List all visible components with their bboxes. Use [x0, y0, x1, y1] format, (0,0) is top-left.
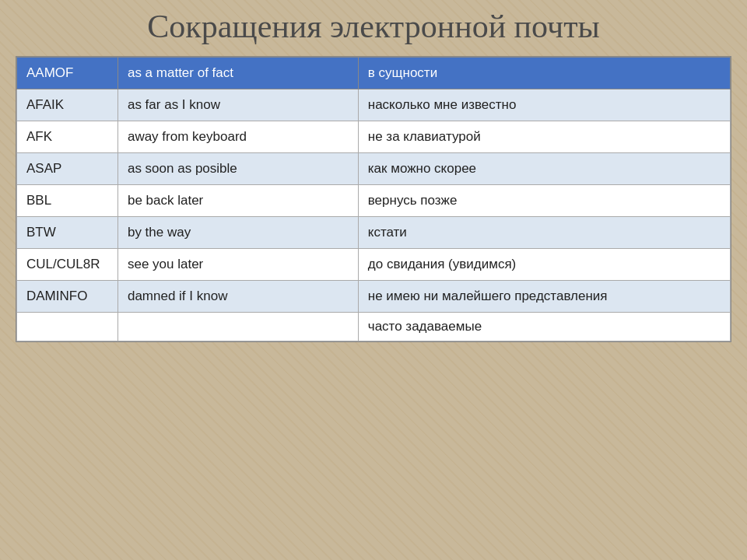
- cell-russian: до свидания (увидимся): [358, 249, 730, 281]
- table-row: AFKaway from keyboardне за клавиатурой: [17, 121, 731, 153]
- cell-russian: как можно скорее: [358, 153, 730, 185]
- cell-abbr: AFK: [17, 121, 118, 153]
- cell-abbr: CUL/CUL8R: [17, 249, 118, 281]
- cell-english: away from keyboard: [117, 121, 358, 153]
- cell-english: damned if I know: [117, 281, 358, 313]
- main-table: AAMOF as a matter of fact в сущности AFA…: [16, 56, 731, 342]
- cell-english: see you later: [117, 249, 358, 281]
- cell-abbr: ASAP: [17, 153, 118, 185]
- cell-russian: не имею ни малейшего представления: [358, 281, 730, 313]
- table-header-row: AAMOF as a matter of fact в сущности: [17, 58, 731, 89]
- cell-abbr: BBL: [17, 185, 118, 217]
- cell-abbr: AFAIK: [17, 89, 118, 121]
- cell-abbr: [17, 313, 118, 341]
- header-russian: в сущности: [358, 58, 730, 89]
- table-row: DAMINFOdamned if I knowне имею ни малейш…: [17, 281, 731, 313]
- header-english: as a matter of fact: [117, 58, 358, 89]
- table-row: ASAPas soon as posibleкак можно скорее: [17, 153, 731, 185]
- table-row: часто задаваемые: [17, 313, 731, 341]
- table-row: AFAIKas far as I knowнасколько мне извес…: [17, 89, 731, 121]
- cell-abbr: BTW: [17, 217, 118, 249]
- cell-russian: не за клавиатурой: [358, 121, 730, 153]
- header-abbr: AAMOF: [17, 58, 118, 89]
- page-title: Сокращения электронной почты: [147, 8, 599, 45]
- cell-english: as far as I know: [117, 89, 358, 121]
- cell-english: [117, 313, 358, 341]
- cell-english: be back later: [117, 185, 358, 217]
- table-row: BTWby the wayкстати: [17, 217, 731, 249]
- cell-russian: часто задаваемые: [358, 313, 730, 341]
- cell-russian: вернусь позже: [358, 185, 730, 217]
- cell-russian: кстати: [358, 217, 730, 249]
- cell-russian: насколько мне известно: [358, 89, 730, 121]
- cell-abbr: DAMINFO: [17, 281, 118, 313]
- table-row: CUL/CUL8Rsee you laterдо свидания (увиди…: [17, 249, 731, 281]
- cell-english: by the way: [117, 217, 358, 249]
- table-row: BBLbe back laterвернусь позже: [17, 185, 731, 217]
- cell-english: as soon as posible: [117, 153, 358, 185]
